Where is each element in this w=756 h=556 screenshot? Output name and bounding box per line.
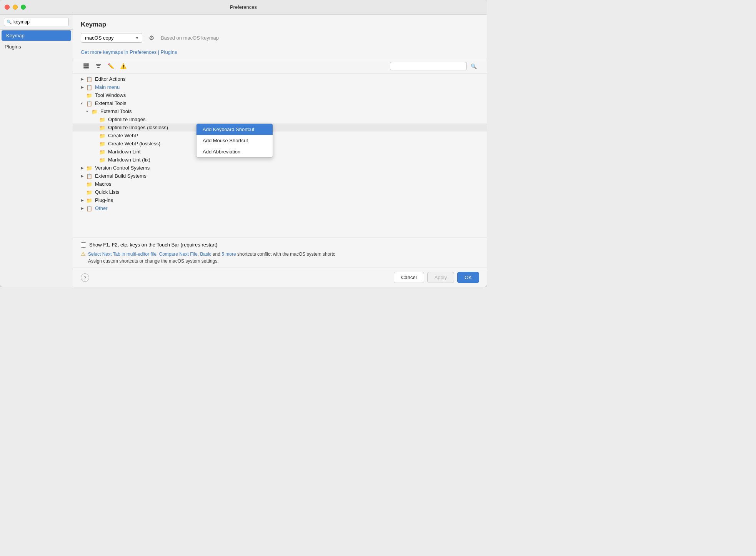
tree-item-create-webp-lossless[interactable]: ▶ 📁 Create WebP (lossless) <box>73 140 487 148</box>
folder-grid-icon: 📋 <box>86 173 93 179</box>
search-input-wrapper: 🔍 ✕ <box>4 18 69 26</box>
window-title: Preferences <box>230 4 257 10</box>
folder-icon: 📁 <box>99 125 106 130</box>
svg-rect-1 <box>83 65 89 67</box>
tree-item-quick-lists[interactable]: ▶ 📁 Quick Lists <box>73 188 487 196</box>
warning-filter-button[interactable]: ⚠️ <box>118 62 128 71</box>
main-content: 🔍 ✕ Keymap Plugins Keymap mac <box>0 15 487 287</box>
get-more-keymaps-link[interactable]: Get more keymaps in Preferences | Plugin… <box>81 49 177 55</box>
cancel-button[interactable]: Cancel <box>394 272 424 283</box>
footer-right: Cancel Apply OK <box>394 272 479 283</box>
conflict-link-3[interactable]: Basic <box>200 251 211 257</box>
maximize-button[interactable] <box>21 5 26 10</box>
sidebar: 🔍 ✕ Keymap Plugins <box>0 15 73 287</box>
folder-grid-icon: 📋 <box>86 85 93 90</box>
folder-icon: 📁 <box>99 133 106 138</box>
traffic-lights <box>5 5 26 10</box>
tree-item-label: Optimize Images <box>108 117 479 122</box>
warning-text: Select Next Tab in multi-editor file, Co… <box>88 251 335 265</box>
folder-grid-icon: 📋 <box>86 206 93 211</box>
expand-all-button[interactable] <box>81 62 92 71</box>
help-button[interactable]: ? <box>81 273 89 282</box>
tree-item-version-control[interactable]: ▶ 📁 Version Control Systems <box>73 164 487 172</box>
keymap-search-input[interactable] <box>390 62 467 70</box>
arrow-down-icon: ▾ <box>81 101 86 105</box>
folder-icon: 📁 <box>99 117 106 122</box>
page-title: Keymap <box>81 21 479 28</box>
tree-item-label: Markdown Lint <box>108 149 479 155</box>
tree-item-markdown-lint-fix[interactable]: ▶ 📁 Markdown Lint (fix) <box>73 156 487 164</box>
checkbox-row: Show F1, F2, etc. keys on the Touch Bar … <box>81 242 479 248</box>
conflict-link-more[interactable]: 5 more <box>221 251 236 257</box>
search-bar-container: 🔍 ✕ <box>0 15 73 30</box>
folder-icon: 📁 <box>86 165 93 171</box>
arrow-icon: ▶ <box>81 174 86 178</box>
tree-item-editor-actions[interactable]: ▶ 📋 Editor Actions <box>73 75 487 83</box>
sidebar-items-list: Keymap Plugins <box>0 30 73 287</box>
keymap-selected-value: macOS copy <box>85 35 133 41</box>
plugins-link-row: Get more keymaps in Preferences | Plugin… <box>73 49 487 59</box>
tree-item-label: Macros <box>95 181 479 187</box>
collapse-all-button[interactable] <box>93 62 104 71</box>
tree-item-external-tools-parent[interactable]: ▾ 📋 External Tools <box>73 99 487 107</box>
chevron-down-icon: ▾ <box>136 36 138 40</box>
tree-item-external-tools-child[interactable]: ▾ 📁 External Tools <box>73 107 487 115</box>
tree-item-plug-ins[interactable]: ▶ 📁 Plug-ins <box>73 196 487 204</box>
arrow-icon: ▶ <box>81 198 86 202</box>
ok-button[interactable]: OK <box>457 272 479 283</box>
sidebar-item-keymap[interactable]: Keymap <box>2 30 71 41</box>
context-menu-add-mouse-shortcut[interactable]: Add Mouse Shortcut <box>196 135 273 146</box>
svg-rect-2 <box>83 67 89 68</box>
folder-grid-icon: 📋 <box>86 101 93 106</box>
keymap-tree: ▶ 📋 Editor Actions ▶ 📋 Main menu ▶ 📁 Too… <box>73 73 487 238</box>
warning-icon: ⚠ <box>81 251 86 257</box>
warning-row: ⚠ Select Next Tab in multi-editor file, … <box>81 251 479 265</box>
tree-item-label: Plug-ins <box>95 197 479 203</box>
folder-icon: 📁 <box>99 149 106 155</box>
tree-item-label: Tool Windows <box>95 92 479 98</box>
touchbar-checkbox[interactable] <box>81 242 86 248</box>
arrow-icon: ▶ <box>81 166 86 170</box>
tree-item-tool-windows[interactable]: ▶ 📁 Tool Windows <box>73 91 487 99</box>
footer-left: ? <box>81 273 89 282</box>
arrow-icon: ▶ <box>81 77 86 81</box>
tree-item-optimize-images[interactable]: ▶ 📁 Optimize Images <box>73 115 487 123</box>
apply-button[interactable]: Apply <box>427 272 455 283</box>
arrow-down-icon: ▾ <box>86 109 92 113</box>
tree-item-markdown-lint[interactable]: ▶ 📁 Markdown Lint <box>73 148 487 156</box>
folder-icon: 📁 <box>86 190 93 195</box>
context-menu: Add Keyboard Shortcut Add Mouse Shortcut… <box>196 123 273 158</box>
folder-icon: 📁 <box>99 157 106 163</box>
edit-shortcut-button[interactable]: ✏️ <box>105 62 116 71</box>
keymap-based-on: Based on macOS keymap <box>161 35 219 41</box>
tree-item-main-menu[interactable]: ▶ 📋 Main menu <box>73 83 487 91</box>
tree-item-external-build[interactable]: ▶ 📋 External Build Systems <box>73 172 487 180</box>
tree-item-label: External Build Systems <box>95 173 479 179</box>
search-input[interactable] <box>13 19 71 25</box>
conflict-link-1[interactable]: Select Next Tab in multi-editor file <box>88 251 157 257</box>
close-button[interactable] <box>5 5 10 10</box>
footer: ? Cancel Apply OK <box>73 268 487 287</box>
tree-item-create-webp[interactable]: ▶ 📁 Create WebP <box>73 132 487 140</box>
tree-item-label: Main menu <box>95 84 479 90</box>
content-header: Keymap macOS copy ▾ ⚙ Based on macOS key… <box>73 15 487 49</box>
sidebar-item-plugins[interactable]: Plugins <box>0 42 73 52</box>
svg-rect-5 <box>97 67 100 68</box>
context-menu-add-keyboard-shortcut[interactable]: Add Keyboard Shortcut <box>196 124 273 135</box>
keymap-dropdown[interactable]: macOS copy ▾ <box>81 33 142 43</box>
gear-button[interactable]: ⚙ <box>146 32 157 43</box>
conflict-link-2[interactable]: Compare Next File <box>159 251 198 257</box>
folder-icon: 📁 <box>92 109 98 114</box>
tree-item-macros[interactable]: ▶ 📁 Macros <box>73 180 487 188</box>
svg-rect-0 <box>83 63 89 65</box>
find-keybinding-button[interactable]: 🔍 <box>468 62 479 71</box>
search-icon: 🔍 <box>7 20 12 25</box>
tree-item-other[interactable]: ▶ 📋 Other <box>73 204 487 212</box>
minimize-button[interactable] <box>13 5 18 10</box>
preferences-window: Preferences 🔍 ✕ Keymap Plugins <box>0 0 487 287</box>
keymap-selector-row: macOS copy ▾ ⚙ Based on macOS keymap <box>81 32 479 43</box>
tree-item-optimize-images-lossless[interactable]: ▶ 📁 Optimize Images (lossless) Add Keybo… <box>73 123 487 132</box>
bottom-section: Show F1, F2, etc. keys on the Touch Bar … <box>73 238 487 268</box>
folder-icon: 📁 <box>86 198 93 203</box>
context-menu-add-abbreviation[interactable]: Add Abbreviation <box>196 146 273 157</box>
